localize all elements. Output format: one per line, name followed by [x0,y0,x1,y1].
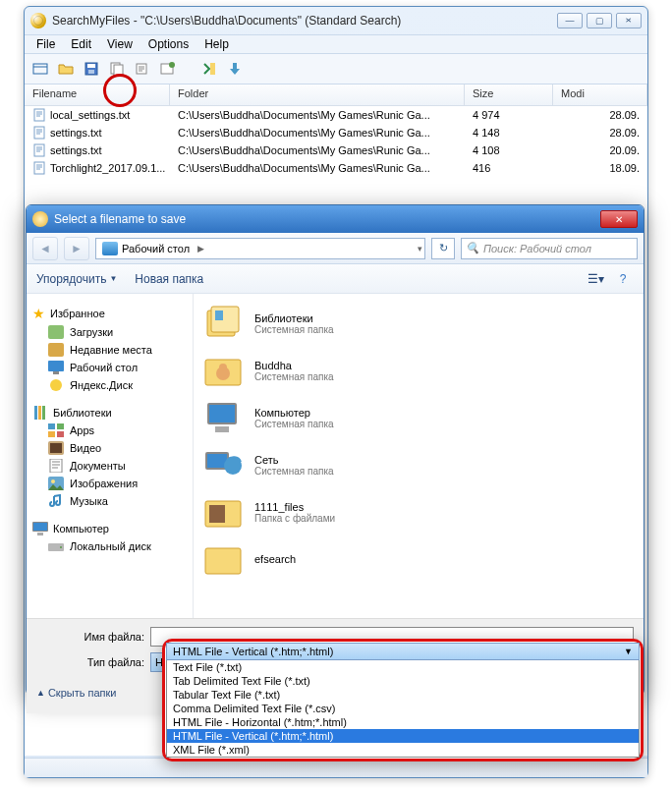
menu-view[interactable]: View [99,37,140,51]
table-row[interactable]: Torchlight2_2017.09.1...C:\Users\Buddha\… [25,159,647,177]
titlebar[interactable]: SearchMyFiles - "C:\Users\Buddha\Documen… [25,7,647,34]
col-modi[interactable]: Modi [553,85,647,105]
table-row[interactable]: local_settings.txtC:\Users\Buddha\Docume… [25,106,647,124]
svg-rect-25 [57,423,64,429]
refresh-button[interactable]: ↻ [431,238,455,259]
svg-rect-26 [48,431,55,437]
table-header[interactable]: Filename Folder Size Modi [25,85,647,106]
svg-point-43 [219,364,227,371]
breadcrumb-label: Рабочий стол [122,243,190,254]
menu-help[interactable]: Help [196,37,237,51]
list-item[interactable]: efsearch [197,535,640,583]
dropdown-option[interactable]: Tab Delimited Text File (*.txt) [167,674,639,688]
svg-rect-19 [53,371,59,374]
menu-file[interactable]: File [28,37,63,51]
dialog-titlebar[interactable]: Select a filename to save ✕ [27,205,644,233]
new-folder-button[interactable]: Новая папка [135,272,203,286]
svg-rect-21 [34,406,37,420]
dialog-close-button[interactable]: ✕ [600,210,638,228]
svg-rect-14 [34,144,44,156]
menu-edit[interactable]: Edit [63,37,99,51]
folder-icon [201,304,245,343]
file-list[interactable]: БиблиотекиСистемная папкаBuddhaСистемная… [194,294,644,618]
toolbar-btn-5[interactable] [133,59,152,79]
svg-rect-0 [33,64,47,74]
list-item[interactable]: BuddhaСистемная папка [197,347,640,394]
list-item[interactable]: СетьСистемная папка [197,441,640,488]
sidebar-item-desktop[interactable]: Рабочий стол [28,359,191,376]
toolbar-btn-6[interactable] [158,59,178,79]
toolbar-btn-4[interactable] [107,59,127,79]
sidebar-item-music[interactable]: Музыка [28,492,191,510]
svg-rect-52 [205,548,241,574]
sidebar-item-recent[interactable]: Недавние места [28,341,191,359]
toolbar-btn-7[interactable] [199,59,219,79]
forward-button[interactable]: ► [64,237,89,260]
help-button[interactable]: ? [612,269,634,289]
dropdown-option[interactable]: Comma Delimited Text File (*.csv) [167,702,639,715]
dropdown-option[interactable]: Tabular Text File (*.txt) [167,688,639,702]
toolbar-btn-1[interactable] [30,59,50,79]
organize-menu[interactable]: Упорядочить ▼ [36,272,117,286]
sidebar-item-video[interactable]: Видео [28,439,191,457]
filename-label: Имя файла: [36,631,144,643]
save-icon[interactable] [82,59,101,79]
svg-point-32 [51,479,55,483]
back-button[interactable]: ◄ [32,237,58,260]
table-row[interactable]: settings.txtC:\Users\Buddha\Documents\My… [25,141,647,159]
dropdown-option[interactable]: XML File (*.xml) [167,743,639,757]
table-row[interactable]: settings.txtC:\Users\Buddha\Documents\My… [25,124,647,141]
svg-rect-13 [34,127,44,139]
list-item[interactable]: БиблиотекиСистемная папка [197,300,640,347]
nav-row: ◄ ► Рабочий стол ▶ ▾ ↻ 🔍 Поиск: Рабочий … [27,233,644,264]
svg-rect-27 [57,431,64,437]
sidebar-favorites[interactable]: ★Избранное [28,304,191,323]
menu-options[interactable]: Options [140,37,196,51]
col-size[interactable]: Size [465,85,553,105]
svg-rect-3 [87,64,95,68]
dropdown-option[interactable]: HTML File - Horizontal (*.htm;*.html) [167,715,639,729]
chevron-right-icon[interactable]: ▶ [196,244,206,254]
list-item[interactable]: КомпьютерСистемная папка [197,394,640,441]
app-icon [30,13,46,28]
svg-rect-46 [215,426,229,432]
open-icon[interactable] [56,59,76,79]
chevron-down-icon: ▼ [624,647,633,656]
sidebar: ★Избранное Загрузки Недавние места Рабоч… [27,294,194,618]
sidebar-libraries[interactable]: Библиотеки [28,404,191,422]
dropdown-option[interactable]: HTML File - Vertical (*.htm;*.html) [167,729,639,743]
maximize-button[interactable]: ▢ [587,13,612,28]
hide-folders-toggle[interactable]: ▲ Скрыть папки [36,687,117,699]
svg-point-9 [169,62,175,68]
dropdown-option[interactable]: Text File (*.txt) [167,660,639,674]
sidebar-item-yandex[interactable]: Яндекс.Диск [28,376,191,394]
folder-icon [201,492,245,532]
close-button[interactable]: ✕ [616,13,642,28]
list-item[interactable]: 1111_filesПапка с файлами [197,488,640,535]
minimize-button[interactable]: — [557,13,583,28]
breadcrumb[interactable]: Рабочий стол ▶ ▾ [95,238,425,259]
chevron-down-icon[interactable]: ▾ [416,244,424,254]
sidebar-item-localdisk[interactable]: Локальный диск [28,537,191,555]
svg-rect-17 [48,343,64,357]
svg-rect-12 [34,109,44,121]
sidebar-item-downloads[interactable]: Загрузки [28,323,191,341]
svg-rect-10 [210,63,215,75]
sidebar-item-documents[interactable]: Документы [28,457,191,475]
folder-icon [201,539,245,579]
folder-icon [201,351,245,390]
sidebar-computer[interactable]: Компьютер [28,520,191,537]
svg-rect-51 [209,505,225,523]
dropdown-header[interactable]: HTML File - Vertical (*.htm;*.html) ▼ [166,643,640,660]
toolbar-btn-8[interactable] [225,59,245,79]
col-filename[interactable]: Filename [25,85,170,105]
col-folder[interactable]: Folder [170,85,465,105]
sidebar-item-apps[interactable]: Apps [28,422,191,439]
dialog-icon [32,211,48,227]
sidebar-item-images[interactable]: Изображения [28,475,191,492]
dialog-toolbar: Упорядочить ▼ Новая папка ☰▾ ? [27,264,644,294]
svg-rect-48 [207,454,227,468]
dropdown-selected-head: HTML File - Vertical (*.htm;*.html) [173,646,333,657]
search-input[interactable]: 🔍 Поиск: Рабочий стол [461,238,638,259]
view-options-button[interactable]: ☰▾ [585,269,606,289]
